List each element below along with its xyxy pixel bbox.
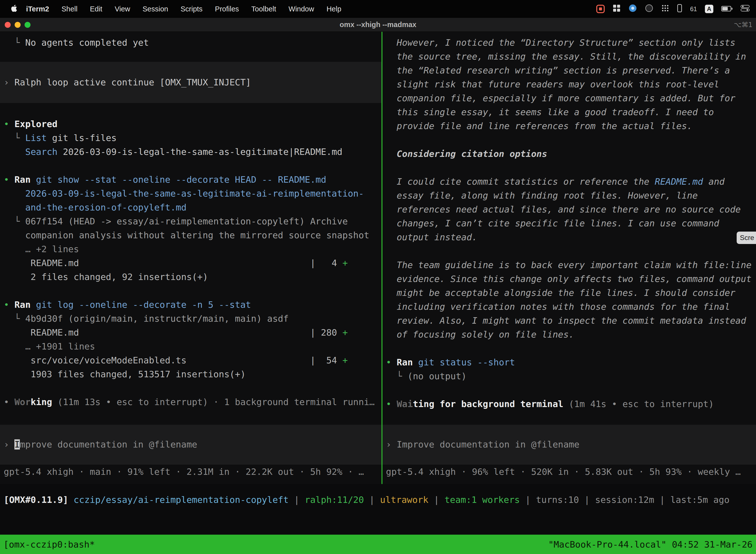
terminal-line: slight risk that future readers may over…: [382, 77, 756, 91]
menu-item-scripts[interactable]: Scripts: [174, 5, 209, 13]
tmux-session-label: [omx-cczip0:bash*: [3, 539, 95, 550]
apple-icon: [10, 4, 17, 14]
text-segment: companion file, especially if more comme…: [386, 93, 736, 103]
terminal-line: └ No agents completed yet: [0, 36, 381, 50]
text-segment: [413, 357, 418, 367]
terminal-line: • Ran git status --short: [382, 355, 756, 369]
text-segment: slight risk that future readers may over…: [386, 79, 719, 89]
terminal-line: I could cite commit statistics or refere…: [382, 175, 756, 189]
menu-item-window[interactable]: Window: [282, 5, 320, 13]
menu-item-profiles[interactable]: Profiles: [209, 5, 245, 13]
text-segment: the “Related research writing” section i…: [386, 65, 730, 75]
text-segment: this single essay, it seems like a good …: [386, 107, 714, 117]
prompt-input-left[interactable]: › Improve documentation in @filename: [0, 425, 381, 465]
menu-item-view[interactable]: View: [108, 5, 136, 13]
text-segment: references need actual files, and since …: [386, 204, 741, 214]
terminal-line: [382, 341, 756, 355]
text-segment: might be acceptable alongside the file l…: [386, 288, 736, 298]
apple-menu[interactable]: [7, 4, 20, 14]
terminal-line: 2 files changed, 92 insertions(+): [0, 270, 381, 284]
minimize-window-button[interactable]: [15, 22, 20, 28]
battery-percentage[interactable]: 61: [690, 5, 697, 13]
text-segment: I could cite commit statistics or refere…: [386, 176, 655, 187]
text-segment: session:12m: [595, 495, 654, 505]
text-segment: |: [579, 495, 595, 505]
screen-share-button[interactable]: Scre: [737, 232, 756, 244]
input-prompt-icon: ›: [4, 439, 14, 449]
terminal-line: 1903 files changed, 513517 insertions(+): [0, 367, 381, 381]
record-stop-icon[interactable]: [596, 5, 605, 13]
terminal-line: However, I noticed the “Directory Struct…: [382, 36, 756, 50]
zoom-window-button[interactable]: [24, 22, 30, 28]
terminal-pane-left[interactable]: └ No agents completed yet › Ralph loop a…: [0, 32, 381, 484]
control-center-icon[interactable]: [741, 5, 750, 13]
text-segment: |: [364, 495, 380, 505]
terminal-line: [0, 381, 381, 395]
terminal-line: changes, I can’t cite specific file line…: [382, 216, 756, 230]
text-segment: git log --oneline --decorate -n 5 --stat: [36, 299, 251, 310]
text-segment: However, I noticed the “Directory Struct…: [386, 38, 736, 48]
text-segment: output instead.: [386, 232, 477, 242]
close-window-button[interactable]: [5, 22, 11, 28]
text-segment: List: [25, 133, 47, 143]
menu-app-name[interactable]: iTerm2: [20, 5, 55, 13]
grid-icon[interactable]: [613, 4, 621, 14]
menu-item-shell[interactable]: Shell: [55, 5, 84, 13]
menu-item-edit[interactable]: Edit: [83, 5, 108, 13]
menu-item-toolbelt[interactable]: Toolbelt: [245, 5, 282, 13]
omx-status-line: [OMX#0.11.9] cczip/essay/ai-reimplementa…: [0, 484, 756, 535]
text-segment: [OMX#0.11.9]: [4, 495, 68, 505]
blue-app-icon[interactable]: [629, 4, 637, 14]
text-cursor: I: [14, 439, 20, 449]
input-source-icon[interactable]: A: [705, 5, 713, 13]
dark-app-icon[interactable]: [645, 4, 653, 14]
text-segment: No agents completed yet: [25, 38, 149, 48]
window-shortcut-badge: ⌥⌘1: [734, 21, 756, 29]
pane-right-output: However, I noticed the “Directory Struct…: [382, 36, 756, 411]
text-segment: changes, I can’t cite specific file line…: [386, 218, 719, 228]
text-segment: └: [4, 133, 25, 143]
tmux-status-bar: [omx-cczip0:bash* "MacBook-Pro-44.local"…: [0, 535, 756, 554]
text-segment: last:5m ago: [671, 495, 730, 505]
terminal-line: provide file and line references from th…: [382, 119, 756, 133]
text-segment: 1903 files changed, 513517 insertions(+): [4, 369, 246, 379]
text-segment: provide file and line references from th…: [386, 121, 692, 131]
dots-grid-icon[interactable]: [661, 4, 669, 14]
text-segment: Wor: [14, 397, 30, 407]
text-segment: README.md | 4: [4, 258, 342, 268]
text-segment: The team guideline is to back every impo…: [386, 260, 752, 270]
text-segment: ralph:11/20: [305, 495, 364, 505]
terminal-line: • Explored: [0, 117, 381, 131]
text-segment: •: [4, 119, 14, 129]
text-segment: and: [703, 176, 725, 187]
menu-item-help[interactable]: Help: [320, 5, 348, 13]
terminal-line: references need actual files, and since …: [382, 203, 756, 216]
terminal-line: [382, 383, 756, 397]
text-segment: |: [654, 495, 671, 505]
terminal-line: • Ran git show --stat --oneline --decora…: [0, 173, 381, 187]
device-icon[interactable]: [677, 4, 682, 14]
battery-icon[interactable]: [721, 5, 733, 13]
banner-prompt: ›: [4, 77, 14, 88]
terminal-pane-right[interactable]: However, I noticed the “Directory Struct…: [382, 32, 756, 484]
text-segment: 2 files changed, 92 insertions(+): [4, 272, 208, 282]
text-segment: 2026-03-09-is-legal-the-same-as-legitima…: [58, 147, 342, 157]
text-segment: of focusing solely on file lines.: [386, 329, 574, 340]
terminal-line: README.md | 4 +: [0, 256, 381, 270]
text-segment: king: [30, 397, 52, 407]
model-status-right: gpt-5.4 xhigh · 96% left · 520K in · 5.8…: [382, 465, 756, 479]
text-segment: (no output): [407, 371, 466, 381]
pane-left-scrollback: └ No agents completed yet: [0, 36, 381, 50]
text-segment: [4, 147, 25, 157]
terminal-line: [382, 161, 756, 175]
text-segment: and-the-erosion-of-copyleft.md: [4, 202, 187, 213]
menu-bar-status-icons: 61 A: [596, 4, 750, 14]
inject-banner: › Ralph loop active continue [OMX_TMUX_I…: [0, 62, 381, 103]
text-segment: •: [386, 357, 397, 367]
menu-item-session[interactable]: Session: [136, 5, 174, 13]
terminal-line: of focusing solely on file lines.: [382, 328, 756, 341]
text-segment: ting for background terminal: [413, 399, 563, 409]
prompt-input-right[interactable]: › Improve documentation in @filename: [382, 425, 756, 465]
terminal-line: 2026-03-09-is-legal-the-same-as-legitima…: [0, 187, 381, 201]
terminal-line: [382, 133, 756, 147]
